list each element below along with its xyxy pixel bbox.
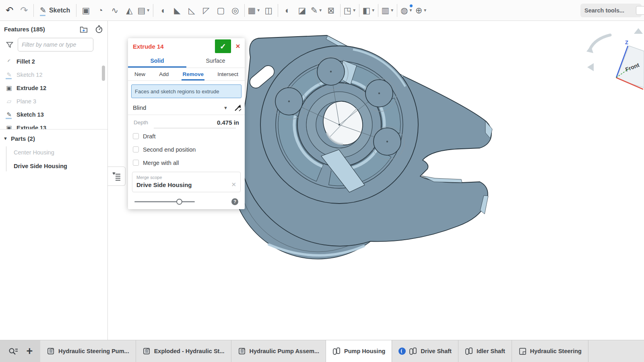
chevron-down-icon[interactable]: ▼ <box>409 8 413 12</box>
chevron-down-icon[interactable]: ▼ <box>390 8 394 12</box>
pan-left-arrow-icon[interactable] <box>587 63 594 71</box>
rib-button[interactable]: ◸ <box>199 2 213 19</box>
feature-list: ◜Fillet 2✎Sketch 12▣Extrude 12▱Plane 3✎S… <box>0 55 107 130</box>
remove-merge-scope-icon[interactable]: ✕ <box>231 181 236 188</box>
part-label: Drive Side Housing <box>14 163 67 169</box>
sketch-button[interactable]: ✎ Sketch <box>36 2 74 19</box>
document-tab-hydraulic-steering[interactable]: Hydraulic Steering <box>512 340 588 362</box>
mode-add[interactable]: Add <box>158 68 169 80</box>
modify-fillet-icon: ✎ <box>311 6 318 14</box>
part-item-center-housing[interactable]: Center Housing <box>14 146 107 159</box>
checkbox-draft[interactable]: Draft <box>128 130 245 143</box>
view-cube[interactable]: Front Z <box>586 28 644 89</box>
filter-input[interactable] <box>18 38 93 51</box>
mode-new[interactable]: New <box>134 68 146 80</box>
assembly-icon <box>47 347 55 356</box>
loft-button[interactable]: ◭ <box>122 2 136 19</box>
mode-remove[interactable]: Remove <box>182 68 204 80</box>
parts-section-header[interactable]: ▼ Parts (2) <box>0 131 107 146</box>
toolbar-divider <box>278 4 278 17</box>
revolve-icon: ◔ <box>98 6 103 14</box>
document-tab-hydraulic-pump-assem-[interactable]: Hydraulic Pump Assem... <box>231 340 326 362</box>
chevron-down-icon[interactable]: ▼ <box>371 8 375 12</box>
chevron-down-icon[interactable]: ▼ <box>146 8 150 12</box>
feature-item-extrude-13[interactable]: ▣Extrude 13 <box>0 121 107 130</box>
redo-button[interactable]: ↷ <box>17 2 31 19</box>
scrollbar-thumb[interactable] <box>102 66 105 81</box>
chevron-down-icon[interactable]: ▼ <box>352 8 356 12</box>
tab-solid[interactable]: Solid <box>128 54 186 68</box>
hole-button[interactable]: ◎ <box>228 2 242 19</box>
mate-connector-icon: ⊕ <box>415 6 423 14</box>
depth-value-input[interactable]: 0.475 in <box>217 119 239 126</box>
filter-icon[interactable] <box>6 41 14 49</box>
new-tab-button[interactable]: + <box>26 346 33 357</box>
z-axis-label: Z <box>625 39 628 45</box>
detail-slider[interactable] <box>134 201 195 202</box>
checkbox-label: Draft <box>143 133 155 140</box>
mate-connector-button[interactable]: ⊕▼ <box>414 2 428 19</box>
feature-item-sketch-12[interactable]: ✎Sketch 12 <box>0 68 107 81</box>
modify-fillet-button[interactable]: ✎▼ <box>309 2 324 19</box>
cancel-button[interactable]: × <box>231 39 245 53</box>
draft-button[interactable]: ◺ <box>184 2 199 19</box>
chamfer-button[interactable]: ◣ <box>170 2 184 19</box>
document-tab-hydraulic-steering-pum-[interactable]: Hydraulic Steering Pum... <box>40 340 136 362</box>
mode-intersect[interactable]: Intersect <box>217 68 239 80</box>
confirm-button[interactable]: ✓ <box>215 39 231 53</box>
document-tab-idler-shaft[interactable]: Idler Shaft <box>458 340 512 362</box>
fillet-button[interactable]: ◖ <box>155 2 170 19</box>
checkbox-second-end-position[interactable]: Second end position <box>128 143 245 156</box>
rotate-arrow-icon[interactable] <box>590 35 610 49</box>
chevron-down-icon[interactable]: ▼ <box>318 8 322 12</box>
search-tools-box[interactable]: Search tools... <box>580 4 642 17</box>
tab-surface[interactable]: Surface <box>186 54 245 68</box>
chevron-down-icon[interactable]: ▼ <box>423 8 427 12</box>
end-condition-dropdown[interactable]: Blind ▼ <box>128 101 245 115</box>
flip-direction-icon[interactable] <box>233 103 242 112</box>
part-studio-icon <box>409 347 417 356</box>
shell-button[interactable]: ▢ <box>213 2 228 19</box>
manage-tabs-icon[interactable] <box>8 346 19 357</box>
document-tab-pump-housing[interactable]: Pump Housing <box>326 340 392 362</box>
feature-item-fillet-2[interactable]: ◜Fillet 2 <box>0 55 107 68</box>
revolve-button[interactable]: ◔ <box>93 2 107 19</box>
document-tab-exploded-hydraulic-st-[interactable]: Exploded - Hydraulic St... <box>136 340 231 362</box>
document-tab-drive-shaft[interactable]: Drive Shaft <box>392 340 458 362</box>
checkbox-unchecked[interactable] <box>133 160 139 166</box>
rollback-bar-handle[interactable] <box>108 167 126 186</box>
checkbox-unchecked[interactable] <box>133 146 139 152</box>
thicken-button[interactable]: ▤▼ <box>136 2 151 19</box>
boolean-button[interactable]: ◐ <box>280 2 295 19</box>
slider-thumb[interactable] <box>176 199 182 205</box>
help-icon[interactable]: ? <box>231 198 238 205</box>
linear-pattern-button[interactable]: ▦▼ <box>247 2 261 19</box>
feature-item-extrude-12[interactable]: ▣Extrude 12 <box>0 81 107 95</box>
split-button[interactable]: ◪ <box>295 2 309 19</box>
feature-item-sketch-13[interactable]: ✎Sketch 13 <box>0 108 107 121</box>
chevron-down-icon[interactable]: ▼ <box>256 8 260 12</box>
part-item-drive-side-housing[interactable]: Drive Side Housing <box>14 159 107 173</box>
fillet-icon: ◜ <box>5 58 13 65</box>
feature-list-toggle-icon <box>111 171 122 181</box>
checkbox-unchecked[interactable] <box>133 133 139 139</box>
toolbar-divider <box>244 4 245 17</box>
fillet-icon: ◖ <box>160 6 165 14</box>
mirror-button[interactable]: ◫ <box>261 2 276 19</box>
stopwatch-icon[interactable] <box>95 25 103 33</box>
sheet-metal-button[interactable]: ▥▼ <box>380 2 395 19</box>
merge-scope-value: Drive Side Housing <box>136 181 192 188</box>
insert-derived-button[interactable]: ◍▼ <box>399 2 414 19</box>
pan-up-arrow-icon[interactable] <box>634 28 643 34</box>
delete-part-button[interactable]: ⊠ <box>324 2 338 19</box>
undo-button[interactable]: ↶ <box>2 2 17 19</box>
add-folder-icon[interactable] <box>79 25 88 33</box>
faces-selection-field[interactable]: Faces and sketch regions to extrude <box>131 84 242 98</box>
feature-item-plane-3[interactable]: ▱Plane 3 <box>0 95 107 108</box>
extrude-button[interactable]: ▣ <box>78 2 93 19</box>
checkbox-merge-with-all[interactable]: Merge with all <box>128 156 245 169</box>
feature-list-scrollbar[interactable] <box>102 64 105 128</box>
move-face-button[interactable]: ◳▼ <box>343 2 357 19</box>
sweep-button[interactable]: ∿ <box>107 2 122 19</box>
surface-tools-button[interactable]: ◧▼ <box>361 2 376 19</box>
